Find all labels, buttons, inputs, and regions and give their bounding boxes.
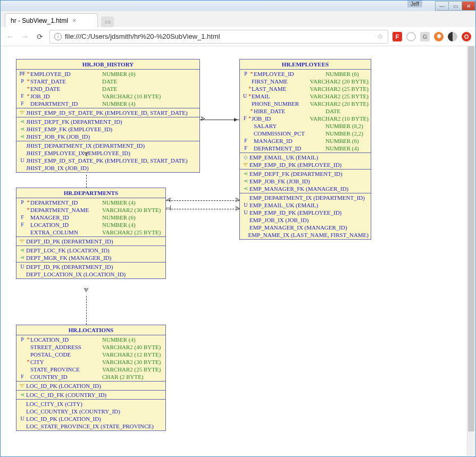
key-icon: 🝖 <box>242 161 249 168</box>
maximize-button[interactable]: ▭ <box>448 1 462 11</box>
column-row: PF*EMPLOYEE_IDNUMBER (6) <box>16 70 199 78</box>
column-row: FMANAGER_IDNUMBER (6) <box>240 137 371 145</box>
key-icon: 🝖 <box>19 238 26 245</box>
column-name: END_DATE <box>30 85 102 92</box>
index-text: DEPT_ID_PK (DEPARTMENT_ID) <box>26 263 113 270</box>
index-text: JHIST_DEPARTMENT_IX (DEPARTMENT_ID) <box>26 142 145 149</box>
constraint-flag: U <box>242 92 248 100</box>
back-button[interactable]: ← <box>5 32 15 41</box>
entity-departments[interactable]: HR.DEPARTMENTS P*DEPARTMENT_IDNUMBER (4)… <box>16 188 166 279</box>
index-row: UDEPT_ID_PK (DEPARTMENT_ID) <box>16 263 165 270</box>
column-type: NUMBER (4) <box>102 100 136 107</box>
constraint-flag: F <box>242 115 248 122</box>
column-type: VARCHAR2 (10 BYTE) <box>310 115 369 122</box>
entity-job-history[interactable]: HR.JOB_HISTORY PF*EMPLOYEE_IDNUMBER (6)P… <box>16 59 200 173</box>
rel-jhist-dept <box>86 175 87 188</box>
ext-red-icon[interactable]: O <box>462 32 471 41</box>
vertical-scrollbar[interactable] <box>467 46 475 456</box>
fk-icon: ⋖ <box>19 247 26 254</box>
column-row: STATE_PROVINCEVARCHAR2 (25 BYTE) <box>16 366 165 373</box>
fk-section: ⋖LOC_C_ID_FK (COUNTRY_ID) <box>16 391 165 400</box>
bookmark-icon[interactable]: ☆ <box>377 32 383 40</box>
column-type: NUMBER (4) <box>102 199 136 206</box>
entity-employees[interactable]: HR.EMPLOYEES P*EMPLOYEE_IDNUMBER (6)FIRS… <box>239 59 371 240</box>
index-text: EMP_MANAGER_IX (MANAGER_ID) <box>249 224 347 231</box>
url-field[interactable]: i file:///C:/Users/jdsmith/hr%20-%20SubV… <box>49 30 388 44</box>
key-icon: 🝖 <box>19 109 26 116</box>
info-icon[interactable]: i <box>54 33 62 40</box>
constraint-text: LOC_ID_PK (LOCATION_ID) <box>26 382 101 390</box>
index-text: DEPT_LOCATION_IX (LOCATION_ID) <box>26 270 126 278</box>
notnull-dot: * <box>249 107 254 115</box>
constraint-row: 🝖DEPT_ID_PK (DEPARTMENT_ID) <box>16 238 165 245</box>
column-name: DEPARTMENT_ID <box>254 145 325 152</box>
forward-button[interactable]: → <box>20 32 30 41</box>
index-text: JHIST_EMP_ID_ST_DATE_PK (EMPLOYEE_ID, ST… <box>26 157 188 164</box>
index-row: LOC_STATE_PROVINCE_IX (STATE_PROVINCE) <box>16 422 165 430</box>
index-section: LOC_CITY_IX (CITY)LOC_COUNTRY_IX (COUNTR… <box>16 400 165 430</box>
constraint-flag: F <box>242 145 249 152</box>
reload-button[interactable]: ⟳ <box>35 32 45 41</box>
column-type: NUMBER (2,2) <box>325 130 363 137</box>
constraint-flag: PF <box>19 70 26 78</box>
column-type: DATE <box>325 107 340 115</box>
constraint-flag: F <box>242 137 249 145</box>
address-bar: ← → ⟳ i file:///C:/Users/jdsmith/hr%20-%… <box>1 27 475 46</box>
column-type: VARCHAR2 (30 BYTE) <box>102 206 161 214</box>
notnull-dot: * <box>26 70 30 78</box>
browser-tab[interactable]: hr - SubView_1.html × <box>5 13 98 27</box>
column-row: *LAST_NAMEVARCHAR2 (25 BYTE) <box>240 85 371 92</box>
constraint-row: ⋖DEPT_LOC_FK (LOCATION_ID) <box>16 247 165 254</box>
column-name: MANAGER_ID <box>30 214 102 221</box>
tab-close-icon[interactable]: × <box>72 16 77 24</box>
rel-dept-emp-2 <box>166 209 239 209</box>
notnull-dot: * <box>26 206 30 214</box>
column-row: FLOCATION_IDNUMBER (4) <box>16 221 165 228</box>
column-type: VARCHAR2 (12 BYTE) <box>102 351 161 358</box>
index-row: ULOC_ID_PK (LOCATION_ID) <box>16 415 165 422</box>
crowfoot-icon: ⪢ <box>84 286 89 294</box>
column-type: VARCHAR2 (25 BYTE) <box>102 228 161 236</box>
constraint-row: ⋖LOC_C_ID_FK (COUNTRY_ID) <box>16 391 165 399</box>
ext-circle-icon[interactable] <box>406 32 416 41</box>
column-name: DEPARTMENT_ID <box>30 100 102 107</box>
index-section: JHIST_DEPARTMENT_IX (DEPARTMENT_ID)JHIST… <box>16 141 199 172</box>
index-row: EMP_MANAGER_IX (MANAGER_ID) <box>240 224 371 231</box>
browser-window: Jeff — ▭ ✕ hr - SubView_1.html × ▭ ← → ⟳… <box>0 0 476 457</box>
index-text: LOC_CITY_IX (CITY) <box>26 400 82 408</box>
column-type: VARCHAR2 (10 BYTE) <box>102 92 161 100</box>
index-row: EMP_JOB_IX (JOB_ID) <box>240 216 371 224</box>
pk-section: 🝖DEPT_ID_PK (DEPARTMENT_ID) <box>16 237 165 246</box>
scroll-thumb[interactable] <box>468 46 474 431</box>
notnull-dot: * <box>26 92 30 100</box>
column-type: VARCHAR2 (30 BYTE) <box>102 358 161 366</box>
columns-section: P*LOCATION_IDNUMBER (4)STREET_ADDRESSVAR… <box>16 335 165 382</box>
column-row: EXTRA_COLUMNVARCHAR2 (25 BYTE) <box>16 228 165 236</box>
constraint-row: ⋖EMP_JOB_FK (JOB_ID) <box>240 177 371 185</box>
entity-locations[interactable]: HR.LOCATIONS P*LOCATION_IDNUMBER (4)STRE… <box>16 325 166 431</box>
ext-contrast-icon[interactable] <box>448 32 457 41</box>
constraint-flag: P <box>19 336 26 343</box>
minimize-button[interactable]: — <box>435 1 449 11</box>
close-button[interactable]: ✕ <box>462 1 475 11</box>
fk-icon: ⋖ <box>242 170 249 177</box>
ext-g-icon[interactable]: G <box>420 32 430 41</box>
constraint-flag: P <box>19 78 26 85</box>
index-row: EMP_NAME_IX (LAST_NAME, FIRST_NAME) <box>240 231 371 239</box>
column-type: NUMBER (4) <box>102 336 136 343</box>
column-type: VARCHAR2 (20 BYTE) <box>310 78 369 85</box>
column-type: VARCHAR2 (25 BYTE) <box>102 366 161 373</box>
column-row: P*START_DATEDATE <box>16 78 199 85</box>
ext-flipboard-icon[interactable]: F <box>393 32 402 41</box>
column-row: *HIRE_DATEDATE <box>240 107 371 115</box>
column-type: VARCHAR2 (20 BYTE) <box>310 100 369 107</box>
column-type: VARCHAR2 (25 BYTE) <box>310 85 369 92</box>
column-row: PHONE_NUMBERVARCHAR2 (20 BYTE) <box>240 100 371 107</box>
column-name: PHONE_NUMBER <box>252 100 310 107</box>
constraint-text: JHIST_EMP_FK (EMPLOYEE_ID) <box>26 125 112 133</box>
ext-orange-icon[interactable]: ✱ <box>434 32 444 41</box>
index-text: EMP_JOB_IX (JOB_ID) <box>249 216 309 224</box>
unique-flag: U <box>242 201 249 209</box>
new-tab-button[interactable]: ▭ <box>101 16 114 27</box>
constraint-row: ⋖EMP_MANAGER_FK (MANAGER_ID) <box>240 185 371 192</box>
